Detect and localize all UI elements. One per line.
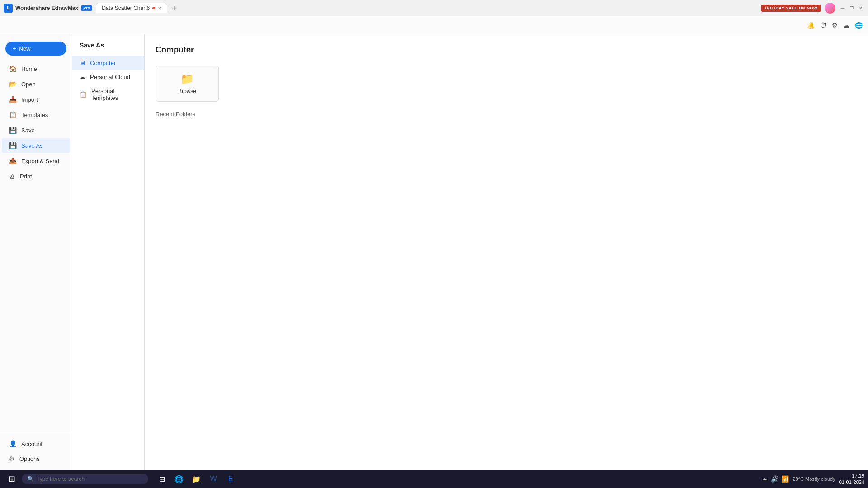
start-button[interactable]: ⊞ (4, 471, 20, 487)
timer-icon[interactable]: ⏱ (820, 22, 826, 29)
browse-card[interactable]: 📁 Browse (156, 66, 219, 102)
secondary-item-personal-templates[interactable]: 📋 Personal Templates (72, 84, 144, 105)
computer-label: Computer (90, 60, 116, 66)
secondary-sidebar: Save As 🖥 Computer ☁ Personal Cloud 📋 Pe… (72, 34, 145, 470)
edraw-icon: E (228, 475, 233, 483)
print-icon: 🖨 (9, 173, 15, 180)
computer-icon: 🖥 (80, 60, 85, 66)
titlebar-right: HOLIDAY SALE ON NOW — ❐ ✕ (761, 3, 864, 14)
open-icon: 📂 (9, 80, 17, 88)
volume-icon[interactable]: 🔊 (771, 475, 778, 483)
home-icon: 🏠 (9, 65, 17, 72)
personal-templates-icon: 📋 (80, 91, 87, 98)
export-send-icon: 📤 (9, 157, 17, 164)
notification-icon[interactable]: 🔔 (807, 22, 815, 29)
taskview-icon: ⊟ (159, 475, 165, 483)
edge-icon: 🌐 (175, 475, 184, 483)
toolbar: 🔔 ⏱ ⚙ ☁ 🌐 (0, 16, 868, 34)
holiday-sale-button[interactable]: HOLIDAY SALE ON NOW (761, 5, 821, 12)
save-as-icon: 💾 (9, 142, 17, 149)
folder-icon: 📁 (180, 73, 194, 85)
taskbar-search-box[interactable]: 🔍 (22, 474, 148, 484)
sidebar-item-open[interactable]: 📂 Open (2, 77, 70, 91)
secondary-item-personal-cloud[interactable]: ☁ Personal Cloud (72, 70, 144, 84)
sidebar-item-save-as[interactable]: 💾 Save As (2, 138, 70, 153)
sidebar-item-export-send[interactable]: 📤 Export & Send (2, 154, 70, 168)
taskbar-app-word[interactable]: W (205, 471, 222, 487)
tab-label: Data Scatter Chart6 (102, 5, 150, 11)
options-icon: ⚙ (9, 455, 15, 462)
taskbar: ⊞ 🔍 ⊟ 🌐 📁 W E ⏶ 🔊 📶 28°C Mostly cloudy 1… (0, 470, 868, 488)
personal-cloud-icon: ☁ (80, 74, 85, 80)
home-label: Home (21, 66, 37, 72)
app-logo-icon: E (4, 4, 13, 13)
tab-modified-dot (152, 7, 155, 9)
minimize-button[interactable]: — (839, 5, 846, 12)
taskbar-search-icon: 🔍 (27, 476, 34, 482)
taskbar-time-display: 17:19 (839, 473, 864, 479)
word-icon: W (210, 475, 217, 483)
taskbar-apps: ⊟ 🌐 📁 W E (154, 471, 239, 487)
sidebar-item-templates[interactable]: 📋 Templates (2, 108, 70, 122)
sidebar-item-save[interactable]: 💾 Save (2, 123, 70, 137)
templates-icon: 📋 (9, 111, 17, 118)
toolbar-icons: 🔔 ⏱ ⚙ ☁ 🌐 (807, 22, 863, 29)
tab-close-button[interactable]: ✕ (158, 6, 161, 11)
sidebar-item-import[interactable]: 📥 Import (2, 92, 70, 107)
taskbar-right: ⏶ 🔊 📶 28°C Mostly cloudy 17:19 01-01-202… (762, 473, 864, 486)
sidebar: + New 🏠 Home 📂 Open 📥 Import 📋 Templates… (0, 34, 72, 470)
content-title: Computer (156, 45, 857, 55)
globe-icon[interactable]: 🌐 (855, 22, 863, 29)
save-icon: 💾 (9, 127, 17, 134)
explorer-icon: 📁 (192, 475, 201, 483)
account-icon: 👤 (9, 440, 17, 447)
active-tab[interactable]: Data Scatter Chart6 ✕ (96, 3, 167, 13)
tab-bar: Data Scatter Chart6 ✕ + (96, 3, 179, 13)
recent-folders-title: Recent Folders (156, 111, 857, 117)
notification-area-icon[interactable]: ⏶ (762, 475, 768, 483)
app-name: Wondershare EdrawMax (15, 5, 78, 11)
save-label: Save (21, 127, 35, 134)
main-layout: + New 🏠 Home 📂 Open 📥 Import 📋 Templates… (0, 34, 868, 470)
maximize-button[interactable]: ❐ (848, 5, 855, 12)
new-label: New (19, 45, 31, 52)
app-logo: E Wondershare EdrawMax Pro (4, 4, 92, 13)
sidebar-item-options[interactable]: ⚙ Options (2, 451, 70, 466)
weather-info: 28°C Mostly cloudy (793, 476, 835, 482)
secondary-item-computer[interactable]: 🖥 Computer (72, 56, 144, 70)
taskbar-app-taskview[interactable]: ⊟ (154, 471, 170, 487)
open-label: Open (21, 81, 36, 88)
main-content: Computer 📁 Browse Recent Folders (145, 34, 868, 470)
network-icon[interactable]: 📶 (781, 475, 789, 483)
taskbar-app-edraw[interactable]: E (222, 471, 239, 487)
templates-label: Templates (21, 112, 48, 118)
sidebar-item-home[interactable]: 🏠 Home (2, 61, 70, 76)
account-label: Account (21, 441, 42, 447)
print-label: Print (20, 173, 32, 180)
sidebar-item-print[interactable]: 🖨 Print (2, 169, 70, 183)
save-as-label: Save As (21, 142, 43, 149)
close-button[interactable]: ✕ (857, 5, 864, 12)
add-tab-button[interactable]: + (169, 4, 179, 12)
cloud-icon[interactable]: ☁ (843, 22, 849, 29)
new-icon: + (13, 45, 16, 52)
import-label: Import (21, 96, 38, 103)
user-avatar[interactable] (825, 3, 835, 14)
new-button[interactable]: + New (5, 42, 66, 56)
taskbar-date-display: 01-01-2024 (839, 479, 864, 485)
browse-label: Browse (178, 88, 196, 94)
personal-cloud-label: Personal Cloud (90, 74, 130, 80)
export-send-label: Export & Send (21, 158, 59, 164)
taskbar-app-edge[interactable]: 🌐 (171, 471, 187, 487)
sidebar-item-account[interactable]: 👤 Account (2, 436, 70, 451)
taskbar-clock[interactable]: 17:19 01-01-2024 (839, 473, 864, 486)
taskbar-app-explorer[interactable]: 📁 (188, 471, 204, 487)
sidebar-bottom: 👤 Account ⚙ Options (0, 432, 72, 466)
titlebar-left: E Wondershare EdrawMax Pro Data Scatter … (4, 3, 179, 13)
taskbar-search-input[interactable] (37, 476, 136, 482)
window-controls: — ❐ ✕ (839, 5, 864, 12)
options-label: Options (19, 455, 40, 462)
settings-icon[interactable]: ⚙ (832, 22, 838, 29)
import-icon: 📥 (9, 96, 17, 103)
personal-templates-label: Personal Templates (91, 88, 137, 101)
